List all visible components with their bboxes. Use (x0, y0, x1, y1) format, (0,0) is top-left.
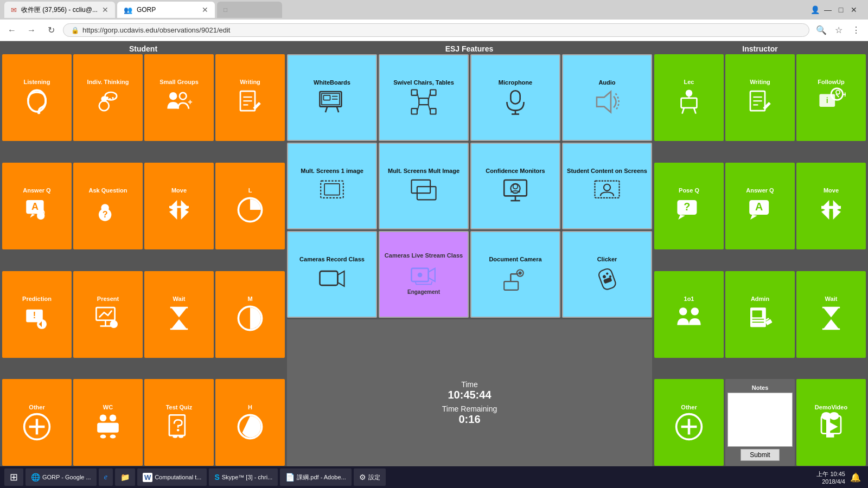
close-button[interactable]: ✕ (848, 4, 859, 15)
student-m[interactable]: M (215, 271, 285, 358)
svg-point-123 (691, 307, 699, 315)
svg-rect-63 (430, 108, 436, 114)
student-wc[interactable]: WC (73, 379, 143, 466)
svg-point-43 (110, 414, 117, 421)
move2-icon (816, 195, 846, 224)
notification-button[interactable]: 🔔 (847, 472, 864, 483)
student-listening[interactable]: Listening (2, 54, 72, 141)
esj-student-content[interactable]: Student Content on Screens (562, 143, 652, 229)
esj-document-camera[interactable]: Document Camera (470, 231, 560, 318)
tab-gmail[interactable]: ✉ 收件匣 (37,956) - ccliu@... ✕ (4, 2, 115, 18)
student-answer-q[interactable]: Answer Q A (2, 163, 72, 249)
svg-point-78 (513, 184, 518, 189)
svg-rect-60 (411, 89, 417, 95)
instructor-notes: Notes Submit (725, 379, 795, 466)
student-prediction[interactable]: Prediction ! (2, 271, 72, 358)
esj-mult-screens-mult[interactable]: Mult. Screens Mult Image (379, 143, 469, 229)
instructor-pose-q[interactable]: Pose Q ? (654, 163, 724, 249)
swivel-icon (410, 88, 438, 116)
svg-point-2 (99, 101, 109, 111)
address-bar: ← → ↻ 🔒 https://gorp.ucdavis.edu/observa… (0, 20, 868, 41)
esj-whiteboards[interactable]: WhiteBoards (287, 54, 377, 141)
taskbar-gorp[interactable]: 🌐 GORP - Google ... (25, 468, 97, 486)
browser-chrome: ✉ 收件匣 (37,956) - ccliu@... ✕ 👥 GORP ✕ □ … (0, 0, 868, 41)
url-box[interactable]: 🔒 https://gorp.ucdavis.edu/observations/… (63, 23, 809, 37)
svg-point-49 (173, 435, 177, 438)
svg-point-122 (679, 307, 687, 315)
esj-microphone[interactable]: Microphone (470, 54, 560, 141)
taskbar-adobe[interactable]: 📄 課綱.pdf - Adobe... (280, 468, 352, 486)
taskbar-word[interactable]: W Computational t... (137, 468, 207, 486)
instructor-lec[interactable]: Lec (654, 54, 724, 141)
notes-submit-button[interactable]: Submit (741, 449, 779, 461)
student-test-quiz[interactable]: Test Quiz (144, 379, 214, 466)
svg-marker-138 (827, 421, 838, 433)
student-present[interactable]: Present (73, 271, 143, 358)
student-ask-question[interactable]: Ask Question ? (73, 163, 143, 249)
instructor-writing[interactable]: Writing (725, 54, 795, 141)
esj-clicker[interactable]: Clicker (562, 231, 652, 318)
taskbar-settings[interactable]: ⚙ 設定 (354, 468, 386, 486)
student-small-groups[interactable]: Small Groups + (144, 54, 214, 141)
svg-point-95 (606, 272, 608, 274)
back-button[interactable]: ← (4, 23, 20, 38)
tab-new[interactable]: □ (217, 2, 282, 18)
instructor-followup[interactable]: FollowUp i + (796, 54, 866, 141)
microphone-icon (501, 88, 529, 116)
svg-rect-97 (603, 277, 611, 283)
forward-button[interactable]: → (24, 23, 39, 38)
tab-close-gmail[interactable]: ✕ (102, 5, 108, 14)
esj-mult-screens-1[interactable]: Mult. Screens 1 image (287, 143, 377, 229)
start-button[interactable]: ⊞ (4, 468, 23, 486)
student-indiv-thinking[interactable]: Indiv. Thinking (73, 54, 143, 141)
taskbar: ⊞ 🌐 GORP - Google ... e 📁 W Computationa… (0, 466, 868, 488)
taskbar-folder[interactable]: 📁 (115, 468, 135, 486)
maximize-button[interactable]: □ (835, 4, 846, 15)
whiteboard-icon (318, 88, 346, 116)
instructor-admin[interactable]: Admin (725, 271, 795, 358)
instructor-wait[interactable]: Wait (796, 271, 866, 358)
student-move[interactable]: Move (144, 163, 214, 249)
esj-confidence-monitors[interactable]: Confidence Monitors (470, 143, 560, 229)
lock-icon: 🔒 (71, 27, 79, 34)
tab-close-gorp[interactable]: ✕ (202, 5, 208, 14)
instructor-demo-video[interactable]: DemoVideo (796, 379, 866, 466)
onetoone-icon (674, 304, 704, 333)
notes-textarea[interactable] (727, 393, 793, 447)
svg-point-96 (609, 275, 611, 277)
esj-swivel-chairs[interactable]: Swivel Chairs, Tables (379, 54, 469, 141)
svg-point-101 (686, 89, 693, 97)
search-icon[interactable]: 🔍 (814, 23, 829, 38)
esj-audio[interactable]: Audio (562, 54, 652, 141)
taskbar-skype[interactable]: S Skype™ [3] - chri... (209, 468, 278, 486)
svg-line-67 (429, 105, 430, 111)
svg-text:!: ! (33, 310, 36, 320)
svg-rect-125 (752, 311, 762, 318)
tab-gorp[interactable]: 👥 GORP ✕ (117, 2, 215, 18)
bookmark-icon[interactable]: ☆ (831, 23, 846, 38)
screenmult-icon (410, 176, 438, 204)
minimize-button[interactable]: — (822, 4, 833, 15)
student-l[interactable]: L (215, 163, 285, 249)
student-h[interactable]: H (215, 379, 285, 466)
svg-rect-81 (595, 181, 619, 197)
camera-icon (318, 265, 346, 293)
svg-marker-86 (429, 268, 435, 281)
user-icon[interactable]: 👤 (809, 4, 820, 15)
instructor-1o1[interactable]: 1o1 (654, 271, 724, 358)
student-other[interactable]: Other (2, 379, 72, 466)
student-writing[interactable]: Writing (215, 54, 285, 141)
taskbar-ie[interactable]: e (99, 468, 113, 486)
svg-text:?: ? (103, 210, 108, 220)
wc-icon (93, 412, 123, 441)
instructor-move[interactable]: Move (796, 163, 866, 249)
instructor-other[interactable]: Other (654, 379, 724, 466)
student-wait[interactable]: Wait (144, 271, 214, 358)
esj-cameras-record[interactable]: Cameras Record Class (287, 231, 377, 318)
svg-marker-84 (337, 271, 344, 286)
esj-cameras-live[interactable]: Cameras Live Stream Class Engagement (379, 231, 469, 318)
refresh-button[interactable]: ↻ (43, 23, 59, 38)
menu-icon[interactable]: ⋮ (848, 23, 864, 38)
instructor-answer-q[interactable]: Answer Q A (725, 163, 795, 249)
thinking-icon (93, 87, 123, 117)
